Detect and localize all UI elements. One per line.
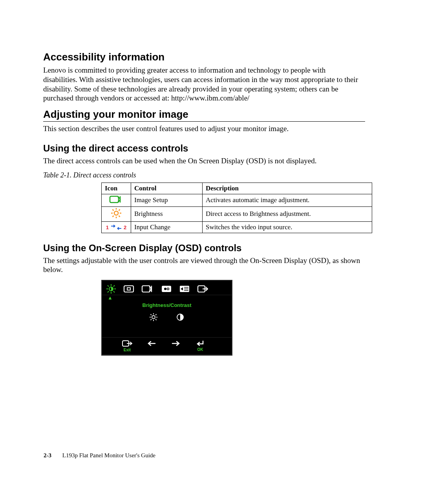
direct-access-table: Icon Control Description Image Setup Act… bbox=[101, 183, 372, 233]
cell-icon-image-setup bbox=[102, 194, 131, 206]
th-control: Control bbox=[131, 183, 203, 194]
svg-line-38 bbox=[151, 314, 152, 315]
brightness-contrast-icon bbox=[106, 284, 116, 294]
osd-left-arrow bbox=[146, 341, 157, 351]
svg-rect-0 bbox=[110, 196, 119, 203]
osd-ok-button: OK bbox=[195, 340, 206, 352]
svg-line-19 bbox=[108, 291, 109, 292]
brightness-sub-icon bbox=[149, 313, 158, 321]
osd-panel: ▲ Brightness/Contrast Exit bbox=[101, 280, 232, 356]
body-accessibility: Lenovo is committed to providing greater… bbox=[43, 66, 361, 103]
exit-icon bbox=[197, 285, 208, 293]
table-header-row: Icon Control Description bbox=[102, 183, 372, 194]
svg-point-25 bbox=[164, 288, 166, 290]
svg-line-16 bbox=[108, 285, 109, 287]
osd-ok-label: OK bbox=[197, 347, 203, 352]
th-icon: Icon bbox=[102, 183, 131, 194]
cell-description: Switches the video input source. bbox=[203, 221, 372, 233]
table-caption: Table 2-1. Direct access controls bbox=[43, 171, 361, 179]
cell-icon-input-change: 1 2 bbox=[102, 221, 131, 233]
osd-exit-label: Exit bbox=[124, 348, 131, 352]
page-footer: 2-3 L193p Flat Panel Monitor User's Guid… bbox=[44, 452, 155, 459]
cell-control: Image Setup bbox=[131, 194, 203, 206]
heading-osd: Using the On-Screen Display (OSD) contro… bbox=[43, 243, 361, 254]
image-setup-icon bbox=[109, 198, 123, 205]
osd-selection-arrow: ▲ bbox=[102, 295, 232, 301]
svg-line-39 bbox=[155, 319, 156, 320]
svg-rect-22 bbox=[142, 286, 150, 292]
contrast-sub-icon bbox=[176, 313, 185, 321]
osd-mid-icons bbox=[102, 310, 232, 337]
cell-control: Input Change bbox=[131, 221, 203, 233]
input-change-icon: 1 2 bbox=[106, 224, 126, 230]
body-osd: The settings adjustable with the user co… bbox=[43, 256, 361, 275]
table-row: Image Setup Activates automatic image ad… bbox=[102, 194, 372, 206]
image-setup-icon bbox=[141, 285, 154, 293]
body-adjusting: This section describes the user control … bbox=[43, 124, 361, 133]
osd-top-icons bbox=[102, 281, 232, 295]
svg-rect-20 bbox=[124, 286, 133, 292]
svg-line-17 bbox=[113, 291, 115, 292]
page-number: 2-3 bbox=[44, 452, 51, 458]
doc-title: L193p Flat Panel Monitor User's Guide bbox=[62, 452, 155, 458]
osd-exit-button: Exit bbox=[122, 340, 133, 352]
svg-line-10 bbox=[113, 215, 114, 217]
table-row: Brightness Direct access to Brightness a… bbox=[102, 206, 372, 221]
osd-right-arrow bbox=[170, 341, 181, 351]
cell-icon-brightness bbox=[102, 206, 131, 221]
svg-line-18 bbox=[113, 285, 115, 287]
svg-point-2 bbox=[114, 211, 118, 215]
svg-point-33 bbox=[152, 316, 155, 319]
osd-title: Brightness/Contrast bbox=[102, 301, 232, 310]
heading-adjusting: Adjusting your monitor image bbox=[43, 108, 365, 122]
image-position-icon bbox=[123, 285, 134, 293]
svg-line-40 bbox=[155, 314, 156, 315]
cell-control: Brightness bbox=[131, 206, 203, 221]
svg-line-8 bbox=[119, 215, 120, 217]
options-icon bbox=[179, 285, 190, 293]
cell-description: Activates automatic image adjustment. bbox=[203, 194, 372, 206]
svg-line-7 bbox=[113, 209, 114, 210]
image-properties-icon bbox=[161, 285, 172, 293]
table-row: 1 2 Input Change Switches the video inpu… bbox=[102, 221, 372, 233]
cell-description: Direct access to Brightness adjustment. bbox=[203, 206, 372, 221]
svg-line-41 bbox=[151, 319, 152, 320]
svg-rect-21 bbox=[127, 288, 130, 290]
svg-line-9 bbox=[119, 209, 120, 210]
brightness-icon bbox=[111, 213, 122, 220]
th-description: Description bbox=[203, 183, 372, 194]
body-direct-access: The direct access controls can be used w… bbox=[43, 156, 361, 166]
osd-bottom-bar: Exit OK bbox=[102, 337, 232, 355]
heading-accessibility: Accessibility information bbox=[43, 51, 361, 63]
heading-direct-access: Using the direct access controls bbox=[43, 143, 361, 154]
